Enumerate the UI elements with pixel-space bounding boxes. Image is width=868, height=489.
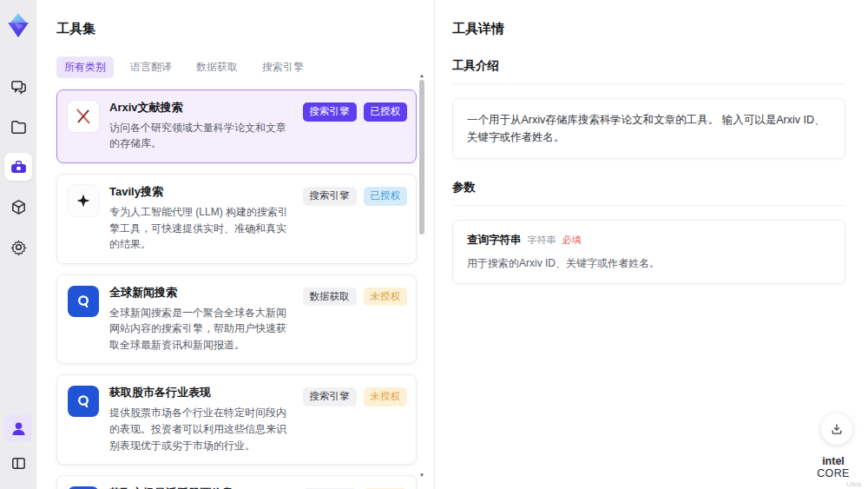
sidebar-item-settings[interactable] [4, 233, 32, 261]
sidebar-item-models[interactable] [4, 193, 32, 221]
tool-info: 获取股市各行业表现 提供股票市场各个行业在特定时间段内的表现。投资者可以利用这些… [109, 386, 303, 453]
tool-list: Arxiv文献搜索 访问各个研究领域大量科学论文和文章的存储库。 搜索引擎 已授… [56, 89, 417, 489]
tool-card-tavily[interactable]: Tavily搜索 专为人工智能代理 (LLM) 构建的搜索引擎工具，可快速提供实… [56, 174, 417, 264]
panel-toggle-icon [10, 455, 27, 472]
tab-data-acquisition[interactable]: 数据获取 [188, 56, 246, 78]
param-name: 查询字符串 [467, 233, 522, 248]
param-card: 查询字符串 字符串 必填 用于搜索的Arxiv ID、关键字或作者姓名。 [452, 220, 845, 284]
tab-language-translation[interactable]: 语言翻译 [122, 56, 180, 78]
sidebar-item-account[interactable] [4, 414, 32, 442]
auth-status-badge: 已授权 [364, 187, 408, 206]
page-title: 工具集 [56, 21, 434, 37]
tool-card-arxiv[interactable]: Arxiv文献搜索 访问各个研究领域大量科学论文和文章的存储库。 搜索引擎 已授… [56, 89, 417, 163]
intel-wordmark: intel [822, 455, 845, 467]
tool-tags: 数据获取 未授权 [303, 287, 408, 307]
tool-card-global-news[interactable]: 全球新闻搜索 全球新闻搜索是一个聚合全球各大新闻网站内容的搜索引擎，帮助用户快速… [56, 274, 417, 365]
global-search-logo-icon [68, 286, 99, 317]
tool-card-active-stocks[interactable]: 获取市场最活跃股票信息 提供当天交易量最高的股票列表，投资者可以利用这些信息来识… [56, 475, 417, 489]
tool-name: 全球新闻搜索 [109, 286, 296, 301]
tool-name: Arxiv文献搜索 [109, 101, 296, 116]
list-scrollbar[interactable]: ▲ ▼ [418, 73, 425, 478]
param-required-badge: 必填 [562, 234, 582, 247]
param-header: 查询字符串 字符串 必填 [467, 233, 831, 248]
intro-section-heading: 工具介绍 [452, 58, 845, 84]
tool-details-panel: 工具详情 工具介绍 一个用于从Arxiv存储库搜索科学论文和文章的工具。 输入可… [434, 0, 868, 489]
download-icon [830, 422, 844, 436]
core-wordmark: CORE [817, 467, 850, 479]
param-description: 用于搜索的Arxiv ID、关键字或作者姓名。 [467, 255, 831, 271]
tool-info: Tavily搜索 专为人工智能代理 (LLM) 构建的搜索引擎工具，可快速提供实… [109, 185, 303, 253]
scroll-up-arrow-icon[interactable]: ▲ [419, 73, 424, 78]
sidebar-item-toolbox[interactable] [4, 153, 32, 181]
sidebar-item-files[interactable] [4, 113, 32, 141]
tool-description: 提供股票市场各个行业在特定时间段内的表现。投资者可以利用这些信息来识别表现优于或… [109, 405, 296, 453]
scrollbar-thumb[interactable] [419, 80, 424, 235]
tool-name: Tavily搜索 [109, 185, 296, 200]
tool-name: 获取股市各行业表现 [109, 386, 296, 400]
auth-status-badge: 未授权 [364, 387, 408, 406]
category-badge: 搜索引擎 [303, 387, 357, 406]
param-type: 字符串 [528, 234, 556, 247]
category-badge: 搜索引擎 [303, 102, 357, 122]
gear-icon [10, 239, 27, 255]
sidebar-item-chat[interactable] [4, 73, 32, 101]
auth-status-badge: 已授权 [364, 102, 408, 122]
chat-icon [10, 79, 27, 96]
intro-text: 一个用于从Arxiv存储库搜索科学论文和文章的工具。 输入可以是Arxiv ID… [467, 111, 831, 146]
category-tabs: 所有类别 语言翻译 数据获取 搜索引擎 [56, 56, 434, 78]
tool-description: 访问各个研究领域大量科学论文和文章的存储库。 [109, 120, 296, 152]
user-icon [10, 420, 27, 437]
tool-tags: 搜索引擎 已授权 [303, 187, 408, 206]
toolbox-icon [10, 159, 27, 175]
params-section-heading: 参数 [452, 180, 845, 206]
tool-description: 全球新闻搜索是一个聚合全球各大新闻网站内容的搜索引擎，帮助用户快速获取全球最新资… [109, 305, 296, 354]
ultra-wordmark: Ultra [806, 480, 861, 488]
scroll-down-arrow-icon[interactable]: ▼ [419, 472, 424, 478]
arxiv-logo-icon [68, 101, 99, 132]
tavily-logo-icon [68, 185, 99, 216]
folder-icon [10, 119, 27, 135]
category-badge: 数据获取 [303, 287, 357, 307]
app-window: 工具集 所有类别 语言翻译 数据获取 搜索引擎 Arxiv文献搜索 访问各个研究… [0, 0, 868, 489]
tool-card-stock-sectors[interactable]: 获取股市各行业表现 提供股票市场各个行业在特定时间段内的表现。投资者可以利用这些… [56, 374, 417, 465]
download-button[interactable] [821, 413, 852, 445]
intel-core-badge: intel CORE Ultra [806, 455, 861, 488]
tool-info: 全球新闻搜索 全球新闻搜索是一个聚合全球各大新闻网站内容的搜索引擎，帮助用户快速… [109, 286, 303, 354]
tool-info: Arxiv文献搜索 访问各个研究领域大量科学论文和文章的存储库。 [109, 101, 303, 152]
app-logo-icon [6, 12, 30, 38]
tool-description: 专为人工智能代理 (LLM) 构建的搜索引擎工具，可快速提供实时、准确和真实的结… [109, 204, 296, 253]
sidebar-item-collapse[interactable] [4, 449, 32, 477]
tools-panel: 工具集 所有类别 语言翻译 数据获取 搜索引擎 Arxiv文献搜索 访问各个研究… [36, 0, 434, 489]
left-rail [0, 0, 36, 489]
tab-search-engine[interactable]: 搜索引擎 [254, 56, 312, 78]
intro-card: 一个用于从Arxiv存储库搜索科学论文和文章的工具。 输入可以是Arxiv ID… [452, 98, 845, 159]
details-title: 工具详情 [452, 21, 845, 37]
tab-all-categories[interactable]: 所有类别 [56, 56, 114, 78]
category-badge: 搜索引擎 [303, 187, 357, 206]
tool-tags: 搜索引擎 未授权 [303, 387, 408, 406]
global-search-logo-icon [68, 386, 99, 417]
auth-status-badge: 未授权 [364, 287, 408, 307]
tool-tags: 搜索引擎 已授权 [303, 102, 408, 122]
cube-icon [10, 199, 27, 215]
